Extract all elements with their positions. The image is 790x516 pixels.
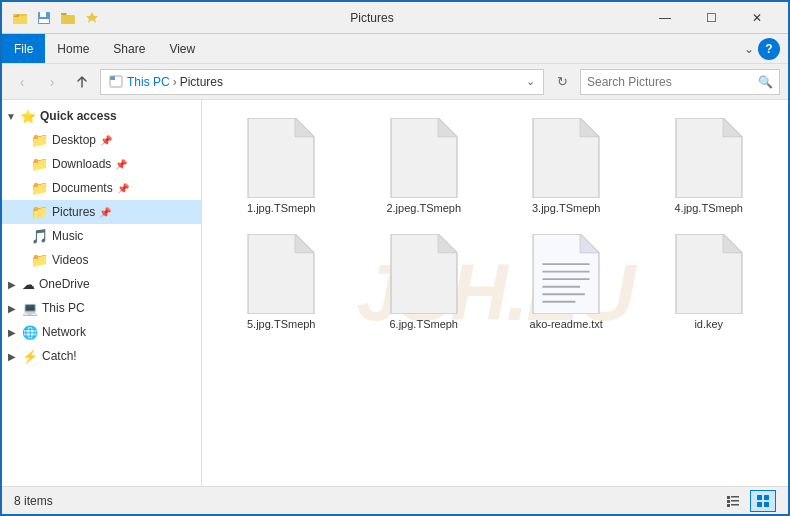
desktop-folder-icon: 📁 xyxy=(30,132,48,148)
path-thispc: This PC xyxy=(127,75,170,89)
quick-access-header[interactable]: ▼ ⭐ Quick access xyxy=(2,104,201,128)
thispc-expand-icon: ▶ xyxy=(8,303,22,314)
svg-rect-6 xyxy=(61,15,75,24)
svg-rect-36 xyxy=(731,500,739,502)
icon-view-button[interactable] xyxy=(750,490,776,512)
sidebar-item-documents[interactable]: 📁 Documents 📌 xyxy=(2,176,201,200)
svg-marker-16 xyxy=(580,118,599,137)
onedrive-header[interactable]: ▶ ☁ OneDrive xyxy=(2,272,201,296)
downloads-pin-icon: 📌 xyxy=(115,159,127,170)
explorer-window: Pictures — ☐ ✕ File Home Share View ⌄ ? … xyxy=(0,0,790,516)
file-icon xyxy=(246,118,316,198)
catch-icon: ⚡ xyxy=(22,349,38,364)
svg-rect-33 xyxy=(727,496,730,499)
downloads-label: Downloads xyxy=(52,157,111,171)
maximize-button[interactable]: ☐ xyxy=(688,2,734,34)
sidebar-item-videos[interactable]: 📁 Videos xyxy=(2,248,201,272)
svg-marker-8 xyxy=(86,12,98,23)
help-button[interactable]: ? xyxy=(758,38,780,60)
file-name: 3.jpg.TSmeph xyxy=(532,202,600,214)
file-icon xyxy=(246,234,316,314)
sidebar-item-desktop[interactable]: 📁 Desktop 📌 xyxy=(2,128,201,152)
item-count: 8 items xyxy=(14,494,53,508)
svg-marker-14 xyxy=(438,118,457,137)
quick-access-icon xyxy=(82,8,102,28)
menu-view[interactable]: View xyxy=(157,34,207,63)
network-label: Network xyxy=(42,325,86,339)
status-bar: 8 items xyxy=(2,486,788,514)
svg-marker-32 xyxy=(723,234,742,253)
menu-file[interactable]: File xyxy=(2,34,45,63)
search-input[interactable] xyxy=(587,75,754,89)
list-view-button[interactable] xyxy=(720,490,746,512)
save-icon xyxy=(34,8,54,28)
file-name: 1.jpg.TSmeph xyxy=(247,202,315,214)
search-box: 🔍 xyxy=(580,69,780,95)
quick-access-expand-icon: ▼ xyxy=(6,111,20,122)
files-grid: 1.jpg.TSmeph 2.jpeg.TSmeph 3.jpg.TSmeph … xyxy=(214,112,776,336)
file-item[interactable]: 3.jpg.TSmeph xyxy=(499,112,634,220)
close-button[interactable]: ✕ xyxy=(734,2,780,34)
up-button[interactable] xyxy=(70,70,94,94)
search-icon[interactable]: 🔍 xyxy=(758,75,773,89)
svg-rect-38 xyxy=(731,504,739,506)
sidebar-item-music[interactable]: 🎵 Music xyxy=(2,224,201,248)
onedrive-icon: ☁ xyxy=(22,277,35,292)
videos-label: Videos xyxy=(52,253,88,267)
file-name: ako-readme.txt xyxy=(530,318,603,330)
svg-rect-5 xyxy=(39,19,49,23)
pictures-folder-icon: 📁 xyxy=(30,204,48,220)
sidebar: ▼ ⭐ Quick access 📁 Desktop 📌 📁 Downloads… xyxy=(2,100,202,486)
file-icon xyxy=(531,234,601,314)
path-dropdown-icon[interactable]: ⌄ xyxy=(526,75,535,88)
svg-rect-34 xyxy=(731,496,739,498)
forward-button[interactable]: › xyxy=(40,70,64,94)
address-path[interactable]: This PC › Pictures ⌄ xyxy=(100,69,544,95)
file-item[interactable]: 5.jpg.TSmeph xyxy=(214,228,349,336)
file-item[interactable]: 2.jpeg.TSmeph xyxy=(357,112,492,220)
svg-rect-42 xyxy=(764,502,769,507)
file-icon xyxy=(389,234,459,314)
sidebar-item-pictures[interactable]: 📁 Pictures 📌 xyxy=(2,200,201,224)
file-icon xyxy=(389,118,459,198)
file-name: 2.jpeg.TSmeph xyxy=(386,202,461,214)
file-icon xyxy=(674,118,744,198)
address-bar: ‹ › This PC › Pictures ⌄ ↻ 🔍 xyxy=(2,64,788,100)
title-bar-icons xyxy=(10,8,102,28)
documents-label: Documents xyxy=(52,181,113,195)
file-item[interactable]: ako-readme.txt xyxy=(499,228,634,336)
file-icon xyxy=(674,234,744,314)
menu-share[interactable]: Share xyxy=(101,34,157,63)
file-name: 6.jpg.TSmeph xyxy=(390,318,458,330)
svg-rect-37 xyxy=(727,504,730,507)
music-folder-icon: 🎵 xyxy=(30,228,48,244)
catch-label: Catch! xyxy=(42,349,77,363)
file-name: id.key xyxy=(694,318,723,330)
file-item[interactable]: 4.jpg.TSmeph xyxy=(642,112,777,220)
file-item[interactable]: 1.jpg.TSmeph xyxy=(214,112,349,220)
file-icon xyxy=(531,118,601,198)
back-button[interactable]: ‹ xyxy=(10,70,34,94)
file-item[interactable]: id.key xyxy=(642,228,777,336)
network-header[interactable]: ▶ 🌐 Network xyxy=(2,320,201,344)
svg-rect-41 xyxy=(757,502,762,507)
svg-rect-40 xyxy=(764,495,769,500)
svg-marker-22 xyxy=(438,234,457,253)
menu-chevron-icon[interactable]: ⌄ xyxy=(744,42,754,56)
thispc-header[interactable]: ▶ 💻 This PC xyxy=(2,296,201,320)
desktop-label: Desktop xyxy=(52,133,96,147)
menu-bar-right: ⌄ ? xyxy=(744,38,788,60)
main-content: ▼ ⭐ Quick access 📁 Desktop 📌 📁 Downloads… xyxy=(2,100,788,486)
folder-icon xyxy=(58,8,78,28)
menu-home[interactable]: Home xyxy=(45,34,101,63)
path-pictures: Pictures xyxy=(180,75,223,89)
file-item[interactable]: 6.jpg.TSmeph xyxy=(357,228,492,336)
sidebar-item-downloads[interactable]: 📁 Downloads 📌 xyxy=(2,152,201,176)
file-name: 5.jpg.TSmeph xyxy=(247,318,315,330)
refresh-button[interactable]: ↻ xyxy=(550,70,574,94)
app-icon xyxy=(10,8,30,28)
music-label: Music xyxy=(52,229,83,243)
catch-header[interactable]: ▶ ⚡ Catch! xyxy=(2,344,201,368)
onedrive-label: OneDrive xyxy=(39,277,90,291)
minimize-button[interactable]: — xyxy=(642,2,688,34)
